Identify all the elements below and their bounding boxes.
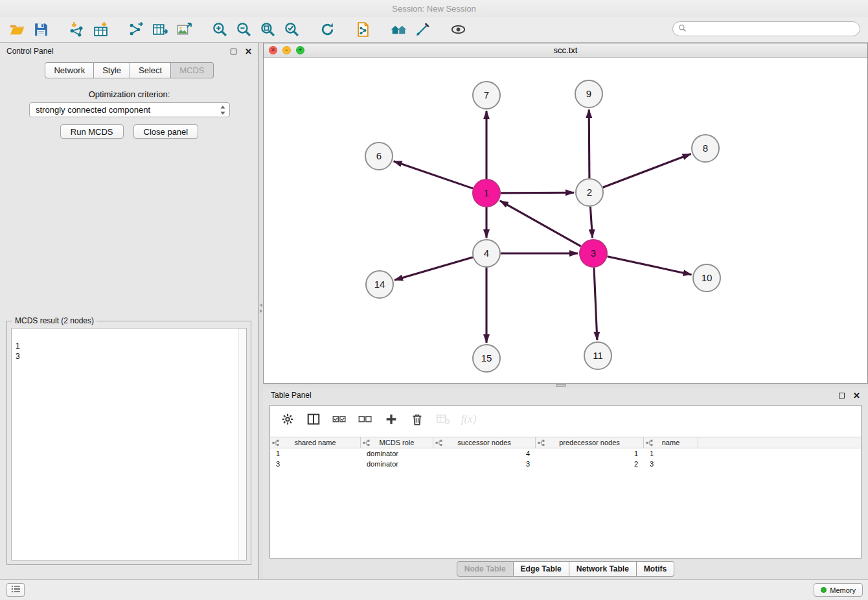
add-column-icon[interactable]	[379, 408, 403, 430]
graph-edge-2-9[interactable]	[589, 110, 589, 178]
table-cell[interactable]: 1	[270, 450, 361, 457]
save-session-icon[interactable]	[29, 19, 53, 40]
horizontal-splitter-handle[interactable]	[556, 384, 566, 387]
network-window-titlebar[interactable]: ✕ − + scc.txt	[264, 43, 867, 58]
import-network-icon[interactable]	[65, 19, 89, 40]
search-input[interactable]	[691, 25, 854, 34]
close-window-button[interactable]: ✕	[269, 46, 277, 54]
zoom-selected-icon[interactable]	[280, 19, 304, 40]
column-header-label: MCDS role	[380, 439, 415, 446]
network-from-selection-icon[interactable]	[351, 19, 375, 40]
graph-node-3[interactable]: 3	[580, 240, 607, 267]
apply-style-icon[interactable]	[411, 19, 435, 40]
zoom-fit-icon[interactable]	[256, 19, 280, 40]
table-cell[interactable]: dominator	[361, 460, 433, 468]
graph-edge-3-1[interactable]	[500, 201, 581, 246]
table-cell[interactable]: dominator	[361, 450, 433, 457]
table-cell[interactable]: 4	[433, 450, 536, 457]
graph-node-label: 4	[484, 248, 489, 259]
graph-edge-3-10[interactable]	[608, 257, 692, 275]
table-cell[interactable]: 1	[536, 450, 644, 457]
result-scrollbar[interactable]	[238, 329, 246, 560]
refresh-view-icon[interactable]	[315, 19, 339, 40]
graph-node-11[interactable]: 11	[584, 342, 611, 369]
toggle-columns-icon[interactable]	[301, 408, 325, 430]
tab-network[interactable]: Network	[45, 62, 94, 78]
table-cell[interactable]: 2	[536, 460, 644, 468]
graph-node-14[interactable]: 14	[366, 271, 393, 298]
close-table-panel-icon[interactable]: ✕	[853, 391, 860, 400]
export-table-icon[interactable]	[148, 19, 172, 40]
close-panel-icon[interactable]: ✕	[245, 47, 252, 56]
optimization-criterion-label: Optimization criterion:	[0, 89, 258, 99]
tab-edge-table[interactable]: Edge Table	[514, 561, 569, 577]
graph-node-7[interactable]: 7	[473, 82, 500, 109]
toolbar-group	[446, 19, 470, 40]
zoom-in-icon[interactable]	[208, 19, 232, 40]
column-header-MCDS-role[interactable]: MCDS role	[361, 437, 433, 448]
tab-network-table[interactable]: Network Table	[569, 561, 637, 577]
graph-node-10[interactable]: 10	[693, 264, 720, 292]
graph-edge-1-2[interactable]	[501, 192, 574, 193]
export-image-icon[interactable]	[172, 19, 196, 40]
column-header-name[interactable]: name	[644, 437, 698, 448]
table-cell[interactable]: 3	[433, 460, 536, 468]
minimize-window-button[interactable]: −	[282, 46, 291, 54]
network-overview-icon[interactable]	[387, 19, 411, 40]
graph-node-8[interactable]: 8	[692, 135, 719, 162]
graph-node-15[interactable]: 15	[473, 345, 500, 372]
graph-node-4[interactable]: 4	[473, 240, 500, 267]
tab-style[interactable]: Style	[94, 62, 130, 78]
tab-mcds[interactable]: MCDS	[171, 62, 213, 78]
graph-node-label: 3	[591, 248, 596, 259]
deselect-all-icon[interactable]	[353, 408, 377, 430]
table-row[interactable]: 1dominator411	[270, 448, 861, 459]
graph-edge-1-6[interactable]	[394, 161, 474, 189]
network-canvas[interactable]: 7968124314101511	[264, 58, 867, 383]
float-table-panel-icon[interactable]	[839, 393, 845, 398]
graph-node-1[interactable]: 1	[473, 179, 500, 207]
tab-motifs[interactable]: Motifs	[637, 561, 674, 577]
criterion-dropdown[interactable]: strongly connected component	[29, 102, 230, 117]
zoom-window-button[interactable]: +	[296, 46, 304, 54]
column-header-predecessor-nodes[interactable]: predecessor nodes	[536, 437, 644, 448]
show-hide-icon[interactable]	[446, 19, 470, 40]
application-window: Session: New Session Control Panel ✕ Net…	[0, 0, 868, 600]
close-panel-button[interactable]: Close panel	[133, 124, 199, 139]
table-cell[interactable]: 1	[644, 450, 698, 457]
toolbar-group	[315, 19, 339, 40]
open-session-icon[interactable]	[5, 19, 29, 40]
graph-edge-2-3[interactable]	[590, 207, 592, 238]
dropdown-arrows-icon	[220, 105, 226, 117]
toolbar-group	[5, 19, 53, 40]
table-cell[interactable]: 3	[270, 460, 361, 468]
graph-edge-3-11[interactable]	[594, 268, 597, 340]
graph-node-6[interactable]: 6	[365, 143, 393, 170]
graph-node-9[interactable]: 9	[575, 80, 602, 108]
select-all-icon[interactable]	[327, 408, 351, 430]
search-box[interactable]	[672, 21, 860, 36]
table-row[interactable]: 3dominator323	[270, 459, 861, 469]
delete-column-icon[interactable]	[405, 408, 429, 430]
mcds-buttons-row: Run MCDS Close panel	[0, 124, 258, 139]
zoom-out-icon[interactable]	[232, 19, 256, 40]
column-settings-icon[interactable]	[275, 408, 299, 430]
float-panel-icon[interactable]	[231, 49, 236, 54]
graph-edge-2-8[interactable]	[603, 154, 691, 188]
memory-button[interactable]: Memory	[814, 583, 863, 597]
task-history-button[interactable]	[6, 583, 25, 597]
tab-select[interactable]: Select	[130, 62, 171, 78]
graph-node-2[interactable]: 2	[576, 179, 603, 206]
tab-node-table[interactable]: Node Table	[457, 561, 514, 577]
graph-edge-4-14[interactable]	[394, 257, 473, 280]
table-cell[interactable]: 3	[644, 460, 698, 468]
mcds-result-text[interactable]: 1 3	[11, 328, 247, 560]
run-mcds-button[interactable]: Run MCDS	[60, 124, 124, 139]
export-network-icon[interactable]	[124, 19, 148, 40]
column-header-shared-name[interactable]: shared name	[270, 437, 361, 448]
column-type-icon	[646, 439, 653, 446]
column-header-successor-nodes[interactable]: successor nodes	[433, 437, 536, 448]
main-toolbar-groups	[5, 19, 482, 40]
graph-node-label: 7	[484, 89, 489, 100]
import-table-icon[interactable]	[89, 19, 113, 40]
